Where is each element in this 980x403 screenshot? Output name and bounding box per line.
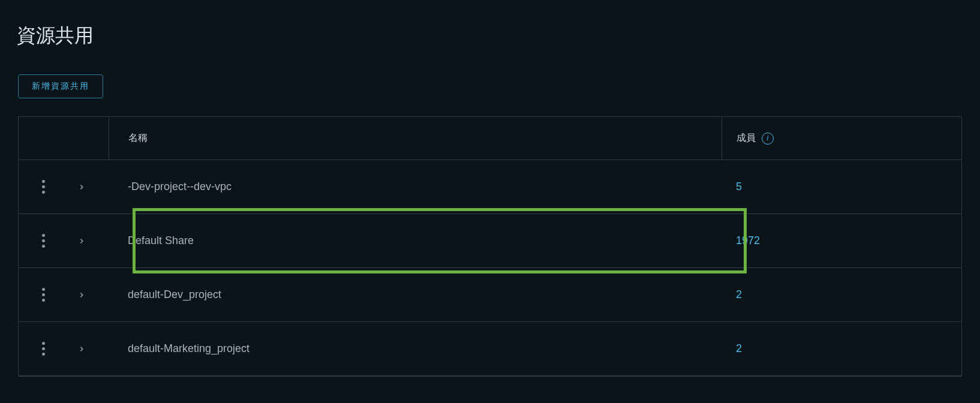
row-name: -Dev-project--dev-vpc <box>109 160 722 213</box>
kebab-menu-icon[interactable] <box>37 175 50 199</box>
table-row: default-Dev_project 2 <box>19 268 961 322</box>
column-header-name: 名稱 <box>128 132 148 145</box>
chevron-right-icon[interactable] <box>73 178 91 196</box>
chevron-right-icon[interactable] <box>73 286 91 304</box>
kebab-menu-icon[interactable] <box>37 283 50 306</box>
page-title: 資源共用 <box>0 0 980 49</box>
add-resource-share-button[interactable]: 新增資源共用 <box>18 74 103 98</box>
kebab-menu-icon[interactable] <box>37 337 50 360</box>
table-row: -Dev-project--dev-vpc 5 <box>19 160 961 214</box>
resource-share-table: 名稱 成員 i -Dev-project--dev-vpc 5 <box>18 116 962 377</box>
row-name: default-Marketing_project <box>109 322 722 375</box>
row-name: Default Share <box>109 214 722 267</box>
table-row: Default Share 1972 <box>19 214 961 268</box>
kebab-menu-icon[interactable] <box>37 229 50 252</box>
row-name: default-Dev_project <box>109 268 722 321</box>
table-row: default-Marketing_project 2 <box>19 322 961 376</box>
table-header: 名稱 成員 i <box>19 117 961 160</box>
member-count-link[interactable]: 2 <box>736 288 742 301</box>
chevron-right-icon[interactable] <box>73 340 91 358</box>
member-count-link[interactable]: 2 <box>736 342 742 355</box>
column-header-members: 成員 <box>736 132 756 145</box>
member-count-link[interactable]: 5 <box>736 181 742 193</box>
chevron-right-icon[interactable] <box>73 232 91 250</box>
member-count-link[interactable]: 1972 <box>736 234 760 247</box>
info-icon[interactable]: i <box>762 133 774 145</box>
